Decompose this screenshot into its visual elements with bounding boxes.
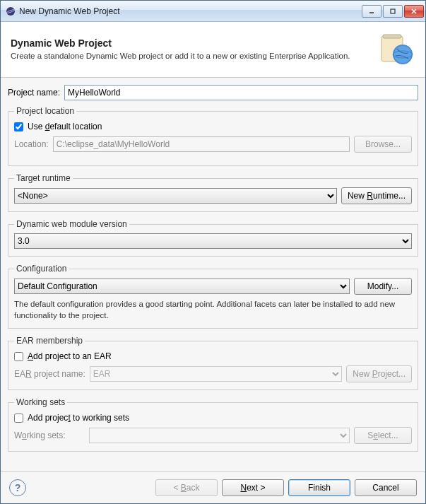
project-name-input[interactable] — [64, 85, 418, 100]
module-version-legend: Dynamic web module version — [14, 219, 129, 229]
banner: Dynamic Web Project Create a standalone … — [1, 22, 425, 78]
ear-group: EAR membership Add project to an EAR EAR… — [8, 336, 418, 390]
location-label: Location: — [14, 139, 49, 149]
close-button[interactable] — [404, 5, 424, 18]
configuration-description: The default configuration provides a goo… — [14, 299, 412, 321]
ear-name-label: EAR project name: — [14, 369, 85, 379]
window-controls — [362, 5, 424, 18]
modify-button[interactable]: Modify... — [354, 278, 412, 295]
eclipse-icon — [5, 6, 16, 17]
finish-button[interactable]: Finish — [288, 479, 350, 496]
ws-sets-select — [89, 428, 350, 443]
use-default-checkbox[interactable] — [14, 122, 23, 131]
minimize-button[interactable] — [362, 5, 381, 18]
location-input — [53, 136, 350, 152]
new-runtime-button[interactable]: New Runtime... — [341, 187, 412, 204]
dialog-window: New Dynamic Web Project Dynamic Web Proj… — [0, 0, 426, 504]
back-button: < Back — [155, 479, 218, 496]
svg-rect-7 — [383, 35, 401, 38]
target-runtime-select[interactable]: <None> — [14, 188, 337, 204]
target-runtime-legend: Target runtime — [14, 173, 73, 183]
help-icon[interactable]: ? — [9, 479, 26, 496]
use-default-label: Use default location — [28, 122, 102, 131]
cancel-button[interactable]: Cancel — [355, 479, 417, 496]
titlebar[interactable]: New Dynamic Web Project — [1, 1, 425, 22]
svg-point-0 — [6, 7, 15, 16]
ear-add-label: Add project to an EAR — [28, 351, 112, 361]
ear-add-checkbox[interactable] — [14, 352, 23, 361]
target-runtime-group: Target runtime <None> New Runtime... — [8, 173, 418, 212]
module-version-select[interactable]: 3.0 — [14, 233, 412, 249]
ws-select-button: Select... — [354, 427, 412, 444]
configuration-group: Configuration Default Configuration Modi… — [8, 264, 418, 329]
maximize-button[interactable] — [383, 5, 403, 18]
project-location-legend: Project location — [14, 106, 76, 116]
ear-name-select: EAR — [90, 366, 343, 382]
configuration-legend: Configuration — [14, 264, 69, 274]
browse-button: Browse... — [354, 136, 412, 153]
ws-add-label: Add project to working sets — [28, 413, 129, 423]
ws-sets-label: Working sets: — [14, 430, 85, 440]
new-project-button: New Project... — [346, 365, 412, 382]
globe-jar-icon — [376, 29, 415, 69]
ws-add-checkbox[interactable] — [14, 414, 23, 423]
banner-subtitle: Create a standalone Dynamic Web project … — [11, 52, 376, 60]
project-location-group: Project location Use default location Lo… — [8, 106, 418, 166]
banner-title: Dynamic Web Project — [11, 37, 376, 49]
next-button[interactable]: Next > — [222, 479, 284, 496]
working-sets-group: Working sets Add project to working sets… — [8, 397, 418, 452]
working-sets-legend: Working sets — [14, 397, 67, 407]
project-name-label: Project name: — [8, 88, 60, 98]
content-area: Project name: Project location Use defau… — [1, 78, 425, 471]
module-version-group: Dynamic web module version 3.0 — [8, 219, 418, 257]
footer: ? < Back Next > Finish Cancel — [1, 471, 425, 503]
svg-rect-3 — [391, 9, 395, 13]
ear-legend: EAR membership — [14, 336, 85, 346]
configuration-select[interactable]: Default Configuration — [14, 279, 350, 294]
window-title: New Dynamic Web Project — [19, 6, 362, 16]
